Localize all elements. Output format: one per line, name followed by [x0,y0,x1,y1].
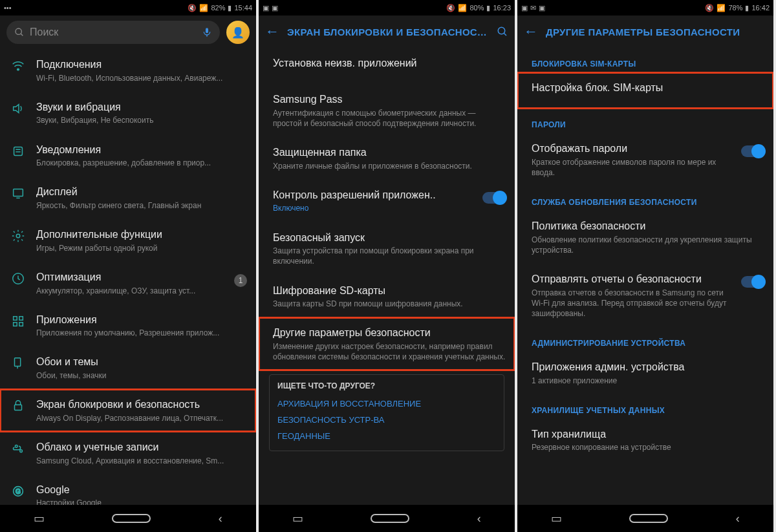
setting-item-advanced[interactable]: Дополнительные функцииИгры, Режим работы… [0,219,256,262]
setting-item-sound[interactable]: Звуки и вибрацияЗвуки, Вибрация, Не бесп… [0,92,256,134]
status-bar: ▣ ▣ 🔇 📶 80% ▮ 16:23 [259,0,515,16]
other-link[interactable]: ГЕОДАННЫЕ [277,428,496,444]
signal-icon: 📶 [458,4,467,12]
setting-text: Тип хранилищаРезервное копирование на ус… [532,427,764,453]
nav-recent-icon[interactable]: ▭ [551,511,562,526]
nav-home-icon[interactable] [371,514,409,523]
section-header: СЛУЖБА ОБНОВЛЕНИЯ БЕЗОПАСНОСТИ [517,186,773,211]
section-header: ПАРОЛИ [517,109,773,133]
setting-text: ПриложенияПриложения по умолчанию, Разре… [36,313,247,339]
nav-bar: ▭ ‹ [259,505,515,532]
battery-icon: ▮ [228,4,232,12]
setting-item[interactable]: Защищенная папкаХраните личные файлы и п… [259,137,515,180]
setting-title: Отображать пароли [532,142,732,156]
mic-icon[interactable] [202,26,212,39]
setting-sub: Звуки, Вибрация, Не беспокоить [36,115,247,125]
svg-point-10 [16,234,20,238]
setting-sub: Игры, Режим работы одной рукой [36,243,247,253]
setting-title: Оптимизация [36,270,225,284]
setting-item-wallpaper[interactable]: Обои и темыОбои, темы, значки [0,346,256,389]
nav-back-icon[interactable]: ‹ [477,512,481,526]
nav-recent-icon[interactable]: ▭ [292,511,303,526]
google-icon: G [9,484,27,498]
setting-item[interactable]: Отображать паролиКраткое отображение сим… [517,133,773,186]
status-more-icon: ••• [4,4,12,12]
battery-pct: 82% [211,4,225,12]
settings-list: ПодключенияWi-Fi, Bluetooth, Использован… [0,49,256,505]
setting-text: Контроль разрешений приложен..Включено [273,188,473,214]
setting-text: Samsung PassАутентификация с помощью био… [273,92,506,129]
setting-item[interactable]: Безопасный запускЗащита устройства при п… [259,222,515,275]
svg-rect-18 [15,405,22,410]
page-title: ДРУГИЕ ПАРАМЕТРЫ БЕЗОПАСНОСТИ [546,27,767,37]
setting-item-cloud[interactable]: Облако и учетные записиSamsung Cloud, Ар… [0,432,256,474]
setting-sub: Обновление политики безопасности для укр… [532,235,764,255]
setting-item-apps[interactable]: ПриложенияПриложения по умолчанию, Разре… [0,304,256,347]
setting-title: Политика безопасности [532,219,764,233]
back-arrow-icon[interactable]: ← [524,23,538,40]
setting-item[interactable]: Установка неизв. приложений [259,48,515,84]
nav-back-icon[interactable]: ‹ [736,512,740,526]
section-header: АДМИНИСТРИРОВАНИЕ УСТРОЙСТВА [517,327,773,352]
setting-sub: Аутентификация с помощью биометрических … [273,108,506,129]
setting-item[interactable]: Приложения админ. устройства1 активное п… [517,352,773,394]
setting-item[interactable]: Политика безопасностиОбновление политики… [517,211,773,264]
setting-item-notifications[interactable]: УведомленияБлокировка, разрешение, добав… [0,134,256,177]
setting-title: Дисплей [36,185,247,199]
toggle[interactable] [741,276,764,288]
setting-title: Установка неизв. приложений [273,56,506,70]
setting-item[interactable]: Контроль разрешений приложен..Включено [259,180,515,222]
nav-recent-icon[interactable]: ▭ [34,511,45,526]
setting-text: Защищенная папкаХраните личные файлы и п… [273,145,506,171]
setting-sub: 1 активное приложение [532,376,764,386]
mail-icon: ✉ [530,4,536,12]
setting-item[interactable]: Настройка блок. SIM-карты [517,72,773,109]
svg-point-0 [16,28,21,34]
setting-item-connections[interactable]: ПодключенияWi-Fi, Bluetooth, Использован… [0,49,256,92]
setting-sub: Always On Display, Распознавание лица, О… [36,413,247,423]
setting-text: Отправлять отчеты о безопасностиОтправка… [532,272,732,319]
search-placeholder: Поиск [30,27,58,38]
nav-home-icon[interactable] [112,514,151,523]
setting-title: Настройка блок. SIM-карты [532,81,764,95]
setting-item[interactable]: Samsung PassАутентификация с помощью био… [259,84,515,137]
other-link[interactable]: АРХИВАЦИЯ И ВОССТАНОВЛЕНИЕ [277,396,496,412]
setting-item[interactable]: Отправлять отчеты о безопасностиОтправка… [517,264,773,327]
notifications-icon [9,144,27,158]
svg-point-23 [498,27,505,34]
svg-text:G: G [16,487,21,495]
setting-sub: Обои, темы, значки [36,370,247,381]
setting-item-google[interactable]: GGoogleНастройки Google [0,474,256,505]
setting-item-maintenance[interactable]: ОптимизацияАккумулятор, хранилище, ОЗУ, … [0,262,256,304]
search-icon[interactable] [497,26,508,37]
apps-icon [9,314,27,328]
setting-text: Дополнительные функцииИгры, Режим работы… [36,228,247,253]
svg-point-19 [15,445,17,448]
setting-item[interactable]: Тип хранилищаРезервное копирование на ус… [517,419,773,462]
setting-item-display[interactable]: ДисплейЯркость, Фильтр синего света, Гла… [0,176,256,219]
nav-home-icon[interactable] [629,514,668,523]
setting-title: Облако и учетные записи [36,440,247,454]
avatar[interactable]: 👤 [226,21,250,44]
toggle[interactable] [482,192,506,204]
setting-text: Отображать паролиКраткое отображение сим… [532,142,732,178]
back-arrow-icon[interactable]: ← [265,23,279,40]
setting-title: Шифрование SD-карты [273,284,506,298]
nav-bar: ▭ ‹ [0,505,256,532]
setting-item-lock[interactable]: Экран блокировки и безопасностьAlways On… [0,389,256,432]
toggle[interactable] [741,145,764,157]
other-title: ИЩЕТЕ ЧТО-ТО ДРУГОЕ? [277,381,496,390]
search-input[interactable]: Поиск [6,21,220,44]
battery-icon: ▮ [486,4,490,12]
screenshot-icon: ▣ [539,4,545,12]
other-link[interactable]: БЕЗОПАСНОСТЬ УСТР-ВА [277,412,496,428]
setting-item[interactable]: Шифрование SD-картыЗащита карты SD при п… [259,275,515,318]
maintenance-icon [9,271,27,286]
svg-line-1 [21,34,23,36]
nav-back-icon[interactable]: ‹ [219,512,222,526]
svg-line-24 [504,33,506,36]
setting-sub: Wi-Fi, Bluetooth, Использование данных, … [36,73,247,83]
setting-text: ПодключенияWi-Fi, Bluetooth, Использован… [36,58,247,83]
setting-item[interactable]: Другие параметры безопасностиИзменение д… [259,317,515,370]
mute-icon: 🔇 [705,4,714,12]
